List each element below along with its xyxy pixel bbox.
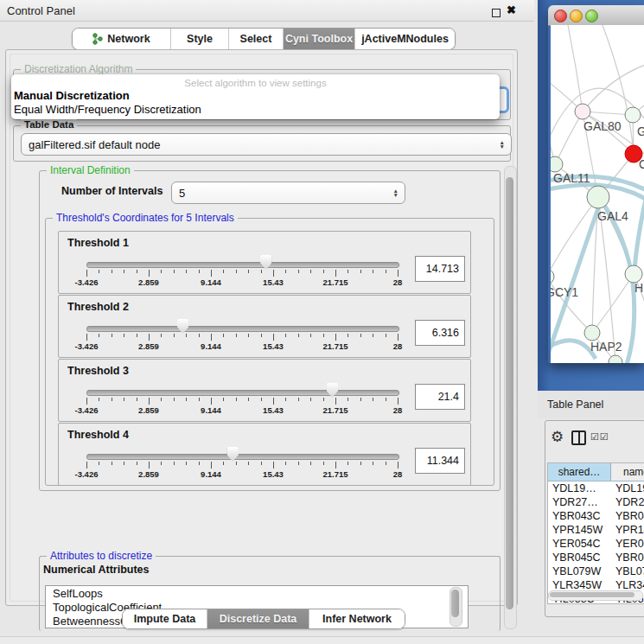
column-header-name[interactable]: name [611, 463, 644, 481]
scrollbar-thumb[interactable] [550, 592, 634, 597]
cyni-toolbox-panel: Discretization Algorithm Table Data galF… [5, 49, 518, 606]
tick-label: 2.859 [138, 405, 159, 415]
numerical-attributes-label: Numerical Attributes [43, 564, 149, 576]
tick-mark [298, 398, 299, 401]
tick-mark [223, 334, 224, 337]
minimize-traffic-light[interactable] [570, 10, 583, 22]
tick-mark [124, 398, 124, 401]
tick-mark [335, 270, 336, 277]
settings-scrollbar[interactable] [504, 166, 517, 629]
tick-mark [174, 398, 175, 401]
tick-mark [86, 334, 87, 341]
threshold-value-input[interactable]: 21.4 [415, 384, 465, 410]
tab-impute-data[interactable]: Impute Data [123, 609, 207, 628]
tab-infer-network[interactable]: Infer Network [309, 609, 405, 628]
network-node-gal11[interactable] [551, 156, 563, 172]
tick-mark [386, 334, 386, 337]
algorithm-option-manual[interactable]: Manual Discretization [14, 89, 130, 102]
tick-mark [124, 334, 124, 337]
network-graph: GAL80GAL11GAL4GCY1HAP2GACH [551, 25, 644, 363]
close-traffic-light[interactable] [554, 10, 567, 22]
threshold-slider-track[interactable] [86, 326, 399, 332]
cell-name: YBL07 [611, 564, 644, 578]
tick-label: 2.859 [138, 469, 159, 479]
tick-mark [199, 334, 200, 337]
tab-label: Style [187, 33, 213, 45]
column-header-shared-name[interactable]: shared… [548, 463, 611, 481]
network-node-gal4[interactable] [587, 186, 609, 208]
threshold-value-input[interactable]: 14.713 [415, 256, 465, 282]
zoom-traffic-light[interactable] [585, 10, 598, 22]
num-intervals-combobox[interactable]: 5 ▲▼ [171, 182, 405, 204]
threshold-slider-track[interactable] [86, 454, 399, 460]
float-window-icon[interactable] [492, 9, 501, 17]
threshold-value-input[interactable]: 11.344 [415, 448, 465, 474]
select-columns-icon[interactable]: ☑☑ [590, 431, 609, 443]
network-node-gal80[interactable] [575, 104, 590, 119]
tick-mark [273, 334, 274, 341]
tab-discretize-data[interactable]: Discretize Data [207, 609, 309, 628]
node-label-partial: H [634, 281, 643, 295]
network-view-window: GAL80GAL11GAL4GCY1HAP2GACH [548, 5, 644, 363]
close-icon[interactable]: ✖ [507, 3, 516, 16]
tick-mark [373, 334, 373, 337]
table-row[interactable]: YDL19…YDL19 [548, 481, 644, 495]
tick-mark [348, 334, 348, 337]
network-node-gcy1[interactable] [551, 269, 554, 284]
settings-scroll-area: Interval Definition Number of Intervals … [13, 163, 518, 631]
tick-label: 15.43 [263, 277, 284, 287]
scrollbar-thumb[interactable] [506, 177, 513, 609]
tab-style[interactable]: Style [171, 29, 229, 49]
network-node[interactable] [625, 265, 642, 283]
tab-jactivemnodules[interactable]: jActiveMNodules [355, 29, 455, 49]
tick-mark [373, 462, 373, 465]
table-h-scrollbar[interactable] [548, 590, 643, 601]
attributes-list-scrollbar[interactable] [450, 587, 462, 627]
network-node[interactable] [625, 107, 641, 123]
tab-cyni-toolbox[interactable]: Cyni Toolbox [284, 29, 355, 49]
network-canvas[interactable]: GAL80GAL11GAL4GCY1HAP2GACH [551, 25, 644, 363]
cell-name: YDL19 [611, 481, 644, 495]
tick-mark [335, 398, 336, 405]
network-node-hap2[interactable] [584, 325, 600, 341]
tab-label: jActiveMNodules [361, 33, 449, 45]
tick-label: 21.715 [322, 277, 348, 287]
tick-label: 28 [393, 469, 403, 479]
threshold-label: Threshold 3 [67, 365, 129, 377]
node-label: GCY1 [551, 285, 578, 299]
node-attribute-table[interactable]: shared…nameYDL19…YDL19YDR27…YDR27YBR043C… [547, 462, 644, 604]
tick-mark [360, 334, 361, 337]
cell-shared-name: YDL19… [548, 481, 611, 495]
table-data-combobox[interactable]: galFiltered.sif default node ▲▼ [21, 133, 512, 156]
algorithm-option-equal[interactable]: Equal Width/Frequency Discretization [14, 103, 201, 116]
tick-mark [398, 334, 399, 341]
cell-shared-name: YBL079W [548, 564, 611, 578]
table-row[interactable]: YBR045CYBR04 [548, 551, 644, 564]
list-item[interactable]: SelfLoops [46, 586, 468, 600]
cell-shared-name: YBR043C [548, 509, 611, 523]
tick-mark [99, 270, 99, 273]
network-window-titlebar[interactable] [548, 5, 644, 26]
threshold-slider-track[interactable] [86, 262, 399, 268]
table-row[interactable]: YBR043CYBR04 [548, 509, 644, 523]
tab-select[interactable]: Select [229, 29, 284, 49]
table-row[interactable]: YER054CYER05 [548, 537, 644, 551]
table-row[interactable]: YBL079WYBL07 [548, 564, 644, 578]
tab-label: Network [107, 33, 150, 45]
cell-name: YDR27 [611, 495, 644, 509]
tick-mark [149, 462, 150, 469]
threshold-value-input[interactable]: 6.316 [415, 320, 465, 346]
gear-icon[interactable]: ⚙ [551, 428, 564, 446]
tick-label: 21.715 [322, 341, 348, 351]
threshold-slider-track[interactable] [86, 390, 399, 396]
scrollbar-thumb[interactable] [451, 590, 459, 617]
columns-icon[interactable] [571, 430, 586, 445]
tick-mark [348, 270, 348, 273]
tab-network[interactable]: Network [73, 29, 171, 49]
tick-mark [137, 462, 137, 465]
tick-mark [248, 270, 249, 273]
table-row[interactable]: YPR145WYPR14 [548, 523, 644, 537]
tick-label: -3.426 [75, 469, 99, 479]
table-row[interactable]: YDR27…YDR27 [548, 495, 644, 509]
tick-mark [335, 334, 336, 341]
